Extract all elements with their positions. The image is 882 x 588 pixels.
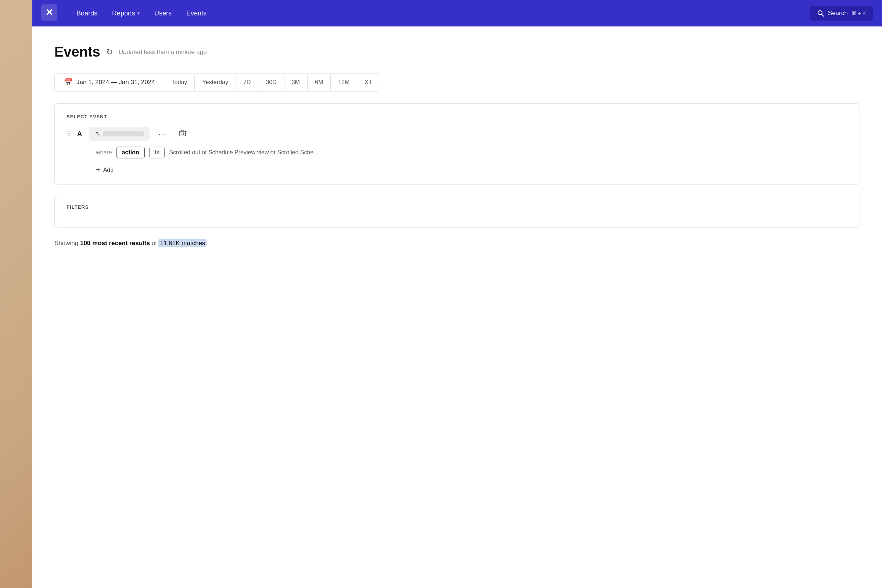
select-event-card: SELECT EVENT ⠿ A ↖ ··· [54,103,860,185]
search-icon [817,9,824,17]
reports-chevron-icon: ▾ [138,10,140,16]
navbar: ✕ Boards Reports ▾ Users Events Search ⌘… [32,0,882,27]
nav-users[interactable]: Users [148,7,177,20]
date-range-button[interactable]: 📅 Jan 1, 2024 — Jan 31, 2024 [55,74,164,91]
period-30d[interactable]: 30D [258,75,284,90]
page-title: Events [54,44,100,60]
nav-events[interactable]: Events [180,7,212,20]
period-xt[interactable]: XT [357,75,379,90]
calendar-icon: 📅 [64,78,73,87]
cursor-icon: ↖ [95,130,100,138]
svg-rect-4 [180,131,186,136]
period-12m[interactable]: 12M [331,75,357,90]
period-6m[interactable]: 6M [308,75,331,90]
date-range-bar: 📅 Jan 1, 2024 — Jan 31, 2024 Today Yeste… [54,73,380,92]
filter-value-text: Scrolled out of Schedule Preview view or… [169,149,848,156]
filters-card: FILTERS [54,194,860,228]
search-kbd: ⌘ + K [852,10,866,16]
delete-event-button[interactable] [176,128,190,140]
add-row: + Add [96,166,848,174]
more-options-button[interactable]: ··· [156,128,170,140]
event-letter: A [77,130,83,138]
results-text: Showing 100 most recent results of 11.61… [54,240,860,247]
select-event-label: SELECT EVENT [66,114,848,119]
filter-action-button[interactable]: action [117,147,145,158]
main-content: Events ↻ Updated less than a minute ago … [32,27,882,588]
trash-icon [178,129,187,137]
refresh-icon: ↻ [106,47,113,57]
drag-handle-icon[interactable]: ⠿ [66,130,71,138]
filters-label: FILTERS [66,204,848,210]
refresh-button[interactable]: ↻ [106,47,113,57]
logo[interactable]: ✕ [41,4,63,22]
filter-row: where action Is Scrolled out of Schedule… [96,147,848,158]
period-7d[interactable]: 7D [236,75,258,90]
date-range-label: Jan 1, 2024 — Jan 31, 2024 [76,79,155,86]
plus-icon: + [96,166,100,174]
search-button[interactable]: Search ⌘ + K [810,6,873,21]
updated-text: Updated less than a minute ago [119,48,207,56]
nav-boards[interactable]: Boards [70,7,103,20]
svg-line-3 [821,14,824,16]
svg-text:✕: ✕ [45,7,53,18]
nav-reports[interactable]: Reports ▾ [106,7,146,20]
filter-where-label: where [96,149,112,156]
filter-is-button[interactable]: Is [149,147,165,158]
period-today[interactable]: Today [164,75,195,90]
period-3m[interactable]: 3M [285,75,308,90]
results-match-count: 11.61K matches [158,239,207,247]
page-header: Events ↻ Updated less than a minute ago [54,44,860,60]
add-button[interactable]: + Add [96,166,114,174]
period-yesterday[interactable]: Yesterday [195,75,236,90]
event-row: ⠿ A ↖ ··· [66,127,848,141]
event-name-placeholder [103,131,144,136]
event-selector[interactable]: ↖ [89,127,150,141]
